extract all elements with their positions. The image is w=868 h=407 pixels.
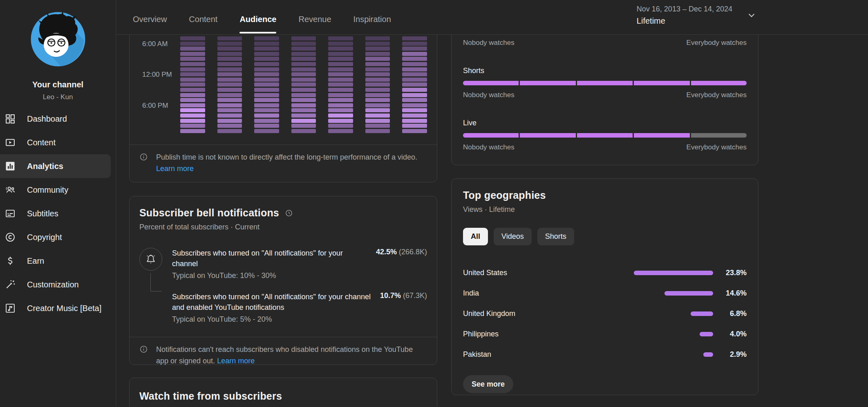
sidebar-item-copyright[interactable]: Copyright [0, 225, 112, 249]
heatmap-cell [291, 88, 316, 92]
heatmap-cell [328, 113, 353, 118]
geo-row-india: India14.6% [463, 283, 747, 303]
heatmap-cell [402, 113, 427, 118]
card-subtitle: Percent of total subscribers · Current [139, 223, 427, 231]
heatmap-cell [328, 78, 353, 82]
heatmap-day-column [402, 36, 427, 133]
heatmap-cell [291, 47, 316, 51]
geo-bar [691, 311, 713, 316]
geo-country-label: India [463, 289, 664, 298]
heatmap-cell [291, 62, 316, 66]
subtitles-icon [4, 207, 16, 220]
sidebar-item-label: Earn [27, 256, 44, 266]
info-icon [139, 153, 148, 161]
sidebar-item-content[interactable]: Content [0, 131, 112, 154]
heatmap-cell [254, 72, 279, 76]
heatmap-time-label: 6:00 AM [142, 40, 168, 48]
heatmap-cell [254, 57, 279, 61]
heatmap-cell [402, 62, 427, 66]
format-sections: Nobody watchesEverybody watchesShortsNob… [463, 35, 747, 151]
sidebar-nav: DashboardContentAnalyticsCommunitySubtit… [0, 107, 116, 320]
heatmap-cell [365, 62, 390, 66]
main-area: OverviewContentAudienceRevenueInspiratio… [116, 0, 868, 407]
heatmap-cell [217, 108, 242, 112]
heatmap-cell [180, 78, 205, 82]
format-bar-segment [520, 133, 575, 138]
tab-overview[interactable]: Overview [133, 4, 167, 34]
analytics-content: 6:00 AM12:00 PM6:00 PM Publish time is n… [116, 35, 868, 407]
sidebar-item-creator-music-beta[interactable]: Creator Music [Beta] [0, 296, 112, 320]
chevron-down-icon[interactable] [746, 10, 757, 20]
heatmap-cell [180, 113, 205, 118]
heatmap-cell [328, 42, 353, 46]
heatmap-cell [291, 42, 316, 46]
heatmap-cell [180, 62, 205, 66]
heatmap-cell [254, 113, 279, 118]
sidebar-item-subtitles[interactable]: Subtitles [0, 202, 112, 225]
sidebar-item-customization[interactable]: Customization [0, 273, 112, 296]
heatmap-cell [365, 88, 390, 92]
heatmap-cell [402, 42, 427, 46]
formats-card: Nobody watchesEverybody watchesShortsNob… [451, 35, 758, 165]
heatmap-cell [254, 82, 279, 87]
heatmap-cell [328, 129, 353, 133]
heatmap-cell [254, 129, 279, 133]
format-scale-labels: Nobody watchesEverybody watches [463, 39, 747, 47]
format-bar-segment [520, 81, 575, 85]
sidebar-item-label: Dashboard [27, 114, 67, 124]
sidebar-item-analytics[interactable]: Analytics [0, 154, 111, 178]
geo-rows: United States23.8%India14.6%United Kingd… [463, 262, 747, 365]
heatmap-cell [217, 36, 242, 40]
heatmap-cell [217, 78, 242, 82]
tab-revenue[interactable]: Revenue [298, 4, 331, 34]
heatmap-cell [291, 78, 316, 82]
heatmap-cell [291, 103, 316, 107]
heatmap-cell [180, 98, 205, 102]
chip-all[interactable]: All [463, 228, 488, 245]
heatmap-cell [180, 36, 205, 40]
heatmap-cell [365, 103, 390, 107]
heatmap-cell [402, 108, 427, 112]
scale-min-label: Nobody watches [463, 39, 515, 47]
heatmap-cell [402, 103, 427, 107]
heatmap-cell [328, 108, 353, 112]
geo-filter-chips: AllVideosShorts [463, 228, 747, 245]
heatmap-day-column [328, 36, 353, 133]
format-popularity-bar [463, 81, 747, 85]
tab-audience[interactable]: Audience [239, 4, 276, 34]
heatmap-cell [328, 47, 353, 51]
learn-more-link[interactable]: Learn more [156, 165, 194, 173]
sidebar-item-community[interactable]: Community [0, 178, 112, 202]
tab-content[interactable]: Content [189, 4, 217, 34]
tab-inspiration[interactable]: Inspiration [353, 4, 391, 34]
heatmap-cell [365, 78, 390, 82]
sidebar-item-dashboard[interactable]: Dashboard [0, 107, 112, 131]
heatmap-cell [254, 62, 279, 66]
heatmap-cell [328, 72, 353, 76]
geo-country-label: United States [463, 269, 634, 277]
geo-percent-label: 4.0% [713, 330, 747, 338]
content-icon [4, 136, 16, 149]
heatmap-cell [254, 103, 279, 107]
scale-min-label: Nobody watches [463, 143, 515, 151]
heatmap-cell [217, 57, 242, 61]
format-bar-segment [634, 81, 689, 85]
earn-icon [4, 255, 16, 267]
youtube-studio-analytics: Your channel Leo - Kun DashboardContentA… [0, 0, 868, 407]
heatmap-cell [180, 57, 205, 61]
see-more-button[interactable]: See more [463, 375, 513, 393]
heatmap-cell [180, 108, 205, 112]
heatmap-cell [402, 129, 427, 133]
sidebar-item-earn[interactable]: Earn [0, 249, 112, 273]
channel-avatar[interactable] [29, 11, 87, 68]
scale-max-label: Everybody watches [687, 143, 747, 151]
sidebar-item-label: Analytics [27, 162, 63, 171]
learn-more-link[interactable]: Learn more [217, 357, 255, 365]
sidebar-item-label: Creator Music [Beta] [27, 304, 101, 313]
chip-shorts[interactable]: Shorts [537, 228, 574, 245]
chip-videos[interactable]: Videos [494, 228, 532, 245]
heatmap-cell [365, 72, 390, 76]
bell-row-value: 42.5% (266.8K) [376, 248, 427, 256]
date-range-selector[interactable]: Nov 16, 2013 – Dec 14, 2024 Lifetime [637, 5, 757, 26]
heatmap-cell [328, 124, 353, 128]
